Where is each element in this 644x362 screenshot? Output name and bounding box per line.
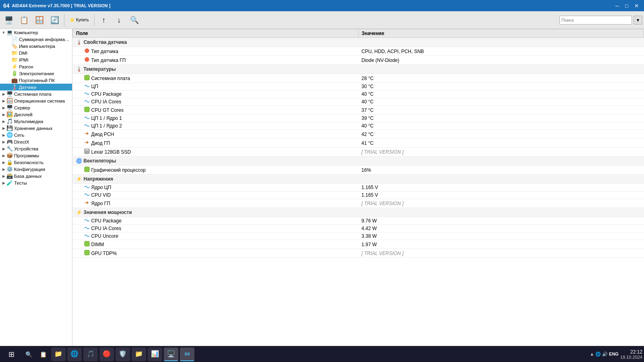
sidebar-item-server[interactable]: ▶ 🖥️ Сервер [0, 104, 72, 111]
sidebar-item-computer[interactable]: ▼ 💻 Компьютер [0, 29, 72, 36]
sidebar-label: DirectX [14, 140, 29, 144]
toolbar-osinfo-button[interactable]: 🪟 [32, 12, 47, 28]
toolbar-report-button[interactable]: 📋 [17, 12, 31, 28]
search-go-button[interactable]: ▼ [634, 16, 642, 25]
toolbar-separator-2 [94, 14, 95, 27]
report-icon: 📋 [20, 16, 29, 24]
toolbar-computer-button[interactable]: 🖥️ [2, 12, 16, 28]
table-row: CPU IA Cores4.42 W [73, 225, 644, 232]
computer-icon: 💻 [6, 29, 13, 35]
sidebar-item-database[interactable]: ▶ 🗃️ База данных [0, 173, 72, 179]
maximize-button[interactable]: □ [622, 1, 631, 10]
tests-icon: 🧪 [6, 180, 13, 186]
refresh-icon: 🔄 [50, 16, 59, 24]
buy-button[interactable]: ⭐ Купить [66, 12, 92, 28]
server-icon: 🖥️ [6, 105, 13, 111]
field-value: 4.42 W [358, 225, 644, 232]
field-label: Ядро ГП [91, 201, 110, 206]
sidebar-item-dmi[interactable]: 📁 DMI [0, 49, 72, 56]
taskbar-app-aida64[interactable]: 🖥️ [164, 348, 178, 361]
taskbar-app-aida64-64[interactable]: 64 [180, 348, 194, 361]
sidebar-item-hostname[interactable]: 🏷️ Имя компьютера [0, 43, 72, 49]
sidebar-item-storage[interactable]: ▶ 💾 Хранение данных [0, 125, 72, 132]
portable-icon: 💼 [11, 77, 18, 83]
start-button[interactable]: ⊞ [2, 348, 21, 361]
field-value: 28 °C [358, 74, 644, 83]
table-row: Системная плата28 °C [73, 74, 644, 83]
taskbar-app-explorer[interactable]: 📁 [51, 348, 66, 361]
field-value: 39 °C [358, 115, 644, 122]
sidebar-item-directx[interactable]: ▶ 🎮 DirectX [0, 138, 72, 145]
arrow-icon: ▶ [1, 181, 6, 185]
sidebar-item-config[interactable]: ▶ ⚙️ Конфигурация [0, 166, 72, 173]
table-section-header: 🌀Вентиляторы [73, 156, 644, 166]
search-input[interactable] [559, 16, 632, 25]
taskbar-app-hwinfo[interactable]: 📊 [148, 348, 162, 361]
table-row: CPU Package9.76 W [73, 217, 644, 225]
taskbar-app-vpn[interactable]: 🛡️ [116, 348, 130, 361]
sidebar-item-security[interactable]: ▶ 🔒 Безопасность [0, 159, 72, 166]
arrow-icon: ▶ [1, 119, 6, 123]
sidebar-item-ipmi[interactable]: 📁 IPMI [0, 56, 72, 63]
title-bar: 64 AIDA64 Extreme v7.35.7000 [ TRIAL VER… [0, 0, 644, 11]
devices-icon: 🔧 [6, 146, 13, 152]
field-label: CPU Uncore [91, 233, 118, 239]
task-view-button[interactable]: 📋 [36, 348, 50, 361]
toolbar-arrow-up-button[interactable]: ↑ [97, 12, 111, 28]
arrow-up-icon: ↑ [102, 16, 105, 24]
sidebar-label: Мультимедиа [14, 119, 43, 124]
taskbar-search-button[interactable]: 🔍 [22, 348, 35, 361]
table-section-header: ⚡Напряжения [73, 175, 644, 184]
taskbar-app-chrome[interactable]: 🔴 [99, 348, 114, 361]
sidebar-item-sensors[interactable]: 🌡️ Датчики [0, 84, 72, 90]
clock-date: 19.10.2024 [620, 355, 642, 360]
section-icon: ⚡ [76, 176, 82, 182]
sidebar-item-tests[interactable]: ▶ 🧪 Тесты [0, 179, 72, 186]
sidebar-label: Сеть [14, 133, 25, 138]
toolbar-search-button[interactable]: 🔍 [127, 12, 142, 28]
field-value: [ TRIAL VERSION ] [358, 199, 644, 208]
row-icon [84, 250, 90, 257]
minimize-button[interactable]: ─ [613, 1, 621, 10]
sidebar-item-power[interactable]: 🔋 Электропитание [0, 70, 72, 77]
table-row: Ядро ЦП1.165 V [73, 184, 644, 191]
sidebar-item-network[interactable]: ▶ 🌐 Сеть [0, 132, 72, 138]
sidebar-item-software[interactable]: ▶ 📦 Программы [0, 152, 72, 159]
sidebar-item-multimedia[interactable]: ▶ 🎵 Мультимедиа [0, 118, 72, 125]
section-label: Вентиляторы [84, 158, 116, 164]
field-label: DIMM [91, 242, 104, 247]
toolbar-refresh-button[interactable]: 🔄 [47, 12, 62, 28]
sidebar-label: Портативный ПК [19, 78, 55, 83]
field-value: 1.165 V [358, 191, 644, 199]
arrow-icon: ▶ [1, 126, 6, 130]
taskbar-app-edge[interactable]: 🌐 [67, 348, 82, 361]
sidebar-item-devices[interactable]: ▶ 🔧 Устройства [0, 145, 72, 152]
row-icon [84, 185, 90, 190]
sidebar-item-overclock[interactable]: ⚡ Разгон [0, 63, 72, 70]
sidebar-item-portable[interactable]: 💼 Портативный ПК [0, 77, 72, 84]
arrow-icon: ▶ [1, 99, 6, 103]
toolbar-search-area: ▼ [559, 16, 642, 25]
section-label: Напряжения [84, 176, 113, 182]
taskbar-app-media[interactable]: 🎵 [83, 348, 98, 361]
sidebar-item-os[interactable]: ▶ 🪟 Операционная система [0, 97, 72, 104]
content-area: Поле Значение 🌡️Свойства датчикаТип датч… [72, 29, 644, 346]
buy-icon: ⭐ [70, 18, 74, 22]
table-row: CPU GT Cores37 °C [73, 106, 644, 115]
sidebar-item-motherboard[interactable]: ▶ 🖥️ Системная плата [0, 90, 72, 97]
table-row: GPU TDP%[ TRIAL VERSION ] [73, 249, 644, 258]
column-field: Поле [73, 29, 359, 38]
sidebar-item-summary[interactable]: 📄 Суммарная информация [0, 36, 72, 43]
sidebar-item-display[interactable]: ▶ 🖼️ Дисплей [0, 111, 72, 118]
toolbar-arrow-down-button[interactable]: ↓ [112, 12, 126, 28]
table-row: ЦП30 °C [73, 83, 644, 90]
arrow-icon: ▶ [1, 174, 6, 178]
field-value: 40 °C [358, 90, 644, 98]
close-button[interactable]: ✕ [632, 1, 641, 10]
row-icon [84, 75, 90, 82]
taskbar-app-files[interactable]: 📁 [132, 348, 146, 361]
taskbar-clock[interactable]: 22:12 19.10.2024 [620, 349, 642, 360]
software-icon: 📦 [6, 152, 13, 158]
table-row: DIMM1.97 W [73, 240, 644, 249]
field-label: GPU TDP% [91, 251, 117, 256]
